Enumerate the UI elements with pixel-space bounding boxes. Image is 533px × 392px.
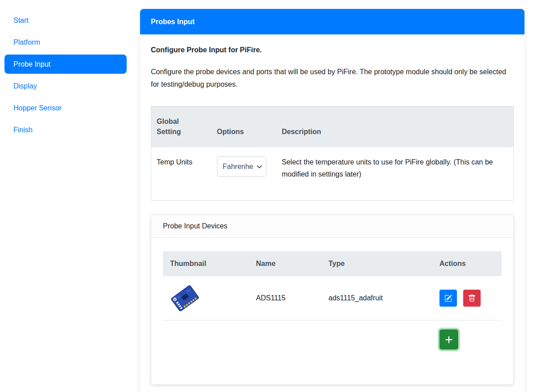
col-header-actions: Actions <box>432 251 502 276</box>
devices-card-body: Thumbnail Name Type Actions <box>151 238 513 384</box>
add-device-button[interactable] <box>439 329 458 350</box>
intro-heading: Configure Probe Input for PiFire. <box>151 46 514 54</box>
col-header-description: Description <box>277 106 514 147</box>
probes-input-card: Probes Input Configure Probe Input for P… <box>140 9 524 392</box>
sidebar-item-platform[interactable]: Platform <box>4 33 127 52</box>
col-header-name: Name <box>249 251 321 276</box>
device-type: ads1115_adafruit <box>321 276 432 320</box>
device-thumbnail-ads1115 <box>170 285 200 311</box>
sidebar-item-start[interactable]: Start <box>4 11 127 30</box>
temp-units-value: Fahrenheit <box>223 160 253 173</box>
temp-units-select[interactable]: Fahrenheit <box>217 156 266 177</box>
probe-input-devices-card: Probe Input Devices Thumbnail Name Type … <box>151 215 514 385</box>
sidebar-item-hopper-sensor[interactable]: Hopper Sensor <box>4 98 127 118</box>
sidebar-item-display[interactable]: Display <box>4 76 127 96</box>
col-header-type: Type <box>321 251 432 276</box>
wizard-page: Start Platform Probe Input Display Hoppe… <box>0 0 533 392</box>
page-title: Probes Input <box>151 18 195 26</box>
col-header-global-setting: Global Setting <box>151 106 212 147</box>
plus-icon <box>445 336 453 344</box>
setting-description: Select the temperature units to use for … <box>277 147 514 201</box>
col-header-options: Options <box>212 106 277 147</box>
card-body: Configure Probe Input for PiFire. Config… <box>140 34 524 392</box>
device-name: ADS1115 <box>249 276 321 320</box>
sidebar-item-finish[interactable]: Finish <box>4 120 127 139</box>
wizard-sidebar: Start Platform Probe Input Display Hoppe… <box>0 0 140 392</box>
table-row: Temp Units Fahrenheit Select the tempera… <box>151 147 514 201</box>
sidebar-item-probe-input[interactable]: Probe Input <box>4 55 127 74</box>
setting-name: Temp Units <box>151 147 212 201</box>
global-settings-table: Global Setting Options Description Temp … <box>151 106 514 201</box>
chevron-down-icon <box>257 165 262 169</box>
edit-device-button[interactable] <box>439 290 457 307</box>
delete-device-button[interactable] <box>463 290 481 307</box>
pencil-square-icon <box>444 295 452 302</box>
devices-table: Thumbnail Name Type Actions <box>163 251 502 358</box>
device-row: ADS1115 ads1115_adafruit <box>163 276 502 320</box>
trash-icon <box>468 295 476 302</box>
main-content: Probes Input Configure Probe Input for P… <box>140 0 533 392</box>
card-header-bar: Probes Input <box>140 9 524 34</box>
intro-paragraph: Configure the probe devices and ports th… <box>151 66 509 91</box>
devices-card-title: Probe Input Devices <box>163 222 227 230</box>
devices-card-header: Probe Input Devices <box>151 215 513 238</box>
col-header-thumbnail: Thumbnail <box>163 251 249 276</box>
add-device-row <box>163 320 502 359</box>
